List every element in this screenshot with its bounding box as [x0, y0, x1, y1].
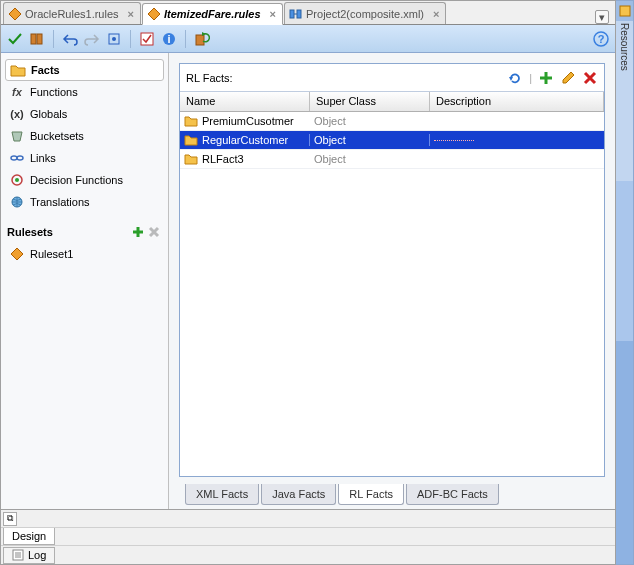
undo-icon[interactable] [62, 31, 78, 47]
table-row[interactable]: RegularCustomer Object [180, 131, 604, 150]
close-icon[interactable]: × [128, 8, 134, 20]
folder-icon [184, 134, 198, 146]
sidebar-item-facts[interactable]: Facts [5, 59, 164, 81]
column-header-name[interactable]: Name [180, 92, 310, 111]
navigation-sidebar: Facts fx Functions (x) Globals Bucketset… [1, 53, 169, 509]
bottom-area: ⧉ Design Log [1, 509, 615, 564]
tab-java-facts[interactable]: Java Facts [261, 484, 336, 505]
sidebar-item-bucketsets[interactable]: Bucketsets [5, 125, 164, 147]
resources-icon [619, 5, 631, 17]
cell-superclass: Object [314, 153, 346, 165]
sidebar-item-label: Ruleset1 [30, 248, 73, 260]
tab-label: RL Facts [349, 488, 393, 500]
svg-rect-9 [141, 33, 153, 45]
svg-point-17 [17, 156, 23, 160]
sidebar-item-translations[interactable]: Translations [5, 191, 164, 213]
tab-rl-facts[interactable]: RL Facts [338, 484, 404, 505]
sidebar-item-functions[interactable]: fx Functions [5, 81, 164, 103]
file-tab-itemizedfare[interactable]: ItemizedFare.rules × [142, 3, 283, 25]
svg-rect-2 [290, 10, 294, 18]
sidebar-item-links[interactable]: Links [5, 147, 164, 169]
info-icon[interactable]: i [161, 31, 177, 47]
sidebar-ruleset-item[interactable]: Ruleset1 [5, 243, 164, 265]
bucketsets-icon [9, 128, 25, 144]
separator [130, 30, 131, 48]
refresh-dict-icon[interactable] [194, 31, 210, 47]
check-icon[interactable] [139, 31, 155, 47]
toolbar: i ? [1, 25, 615, 53]
cell-superclass: Object [314, 134, 346, 146]
sidebar-item-label: Facts [31, 64, 60, 76]
separator [53, 30, 54, 48]
sidebar-item-decision-functions[interactable]: Decision Functions [5, 169, 164, 191]
tab-label: XML Facts [196, 488, 248, 500]
svg-rect-3 [297, 10, 301, 18]
composite-icon [289, 7, 303, 21]
close-icon[interactable]: × [433, 8, 439, 20]
svg-rect-12 [196, 35, 204, 45]
ruleset-icon [9, 246, 25, 262]
panel-title: RL Facts: [186, 72, 507, 84]
svg-marker-0 [9, 8, 21, 20]
delete-icon[interactable] [582, 70, 598, 86]
svg-marker-22 [509, 77, 513, 81]
delete-ruleset-icon[interactable] [146, 224, 162, 240]
log-icon [12, 549, 24, 561]
tab-log[interactable]: Log [3, 547, 55, 564]
translate-icon [9, 194, 25, 210]
column-header-superclass[interactable]: Super Class [310, 92, 430, 111]
tab-overflow[interactable]: ▾ [589, 10, 615, 24]
edit-icon[interactable] [560, 70, 576, 86]
sidebar-item-label: Bucketsets [30, 130, 84, 142]
svg-marker-21 [11, 248, 23, 260]
sidebar-item-label: Functions [30, 86, 78, 98]
sidebar-item-globals[interactable]: (x) Globals [5, 103, 164, 125]
folder-icon [10, 62, 26, 78]
sidebar-item-label: Translations [30, 196, 90, 208]
rulesets-section-header: Rulesets [5, 221, 164, 243]
column-header-description[interactable]: Description [430, 92, 604, 111]
rules-icon [147, 7, 161, 21]
tab-xml-facts[interactable]: XML Facts [185, 484, 259, 505]
help-icon[interactable]: ? [593, 31, 609, 47]
facts-panel: RL Facts: | Name Super Class Description [179, 63, 605, 477]
svg-rect-5 [31, 34, 36, 44]
rulesets-header-label: Rulesets [7, 226, 130, 238]
tab-label: ADF-BC Facts [417, 488, 488, 500]
resources-sidebar[interactable]: Resources [616, 0, 634, 565]
restore-icon[interactable]: ⧉ [3, 512, 17, 526]
tab-adfbc-facts[interactable]: ADF-BC Facts [406, 484, 499, 505]
svg-rect-27 [620, 6, 630, 16]
resources-label: Resources [619, 23, 630, 71]
cell-description [434, 140, 474, 141]
fx-icon: fx [9, 84, 25, 100]
close-icon[interactable]: × [270, 8, 276, 20]
cell-name: RLFact3 [202, 153, 244, 165]
table-row[interactable]: RLFact3 Object [180, 150, 604, 169]
bottom-tab-label: Design [12, 530, 46, 542]
table-row[interactable]: PremiumCusotmer Object [180, 112, 604, 131]
svg-point-8 [112, 37, 116, 41]
sidebar-item-label: Decision Functions [30, 174, 123, 186]
folder-icon [184, 115, 198, 127]
svg-text:i: i [167, 33, 170, 45]
refresh-icon[interactable] [507, 70, 523, 86]
decision-icon [9, 172, 25, 188]
bottom-tab-label: Log [28, 549, 46, 561]
folder-icon [184, 153, 198, 165]
add-ruleset-icon[interactable] [130, 224, 146, 240]
validate-icon[interactable] [7, 31, 23, 47]
dictionary-icon[interactable] [29, 31, 45, 47]
table-body: PremiumCusotmer Object RegularCustomer O… [180, 112, 604, 476]
settings-icon[interactable] [106, 31, 122, 47]
table-header: Name Super Class Description [180, 92, 604, 112]
file-tab-oraclerules1[interactable]: OracleRules1.rules × [3, 2, 141, 24]
redo-icon[interactable] [84, 31, 100, 47]
svg-point-19 [15, 178, 19, 182]
file-tab-project2[interactable]: Project2(composite.xml) × [284, 2, 446, 24]
file-tab-label: ItemizedFare.rules [164, 8, 261, 20]
sidebar-item-label: Globals [30, 108, 67, 120]
add-icon[interactable] [538, 70, 554, 86]
globals-icon: (x) [9, 106, 25, 122]
tab-design[interactable]: Design [3, 528, 55, 545]
